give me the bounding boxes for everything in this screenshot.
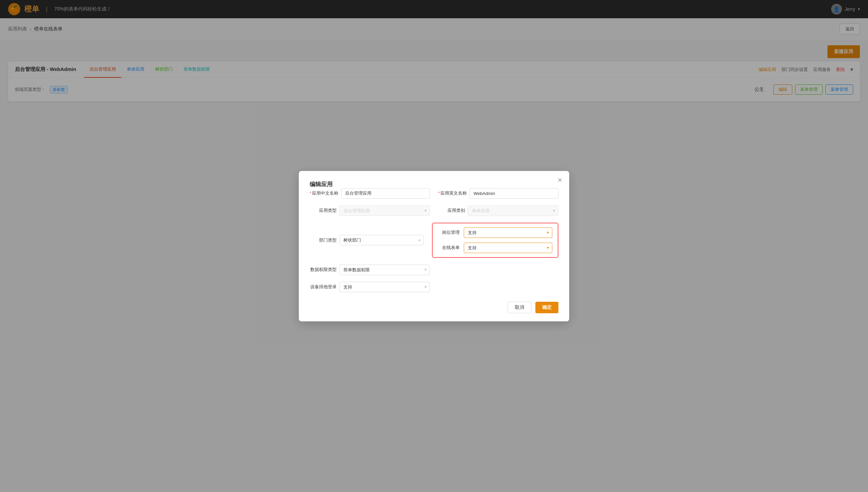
form-row-2: 应用类型 后台管理应用 ▾ 应用类别 单体应用 ▾ <box>310 205 558 216</box>
app-type-label: 应用类型 <box>310 207 337 214</box>
field-app-category: 应用类别 单体应用 ▾ <box>438 205 558 216</box>
form-row-1: *应用中文名称 *应用英文名称 <box>310 188 558 199</box>
position-mgmt-select-wrapper: 支持 不支持 ▾ <box>464 227 552 238</box>
device-login-label: 设备排他登录 <box>310 284 337 290</box>
field-dept-type: 部门类型 树状部门 ▾ <box>310 235 424 245</box>
highlighted-section: 岗位管理 支持 不支持 ▾ 在线表单 支持 不支持 <box>432 223 558 258</box>
app-type-select-wrapper: 后台管理应用 ▾ <box>339 205 430 216</box>
device-login-select-wrapper: 支持 不支持 ▾ <box>339 282 430 292</box>
field-english-name: *应用英文名称 <box>438 188 558 199</box>
app-category-select[interactable]: 单体应用 <box>468 205 558 216</box>
required-star-2: * <box>438 191 440 196</box>
online-form-select-wrapper: 支持 不支持 ▾ <box>464 243 552 253</box>
english-name-label: *应用英文名称 <box>438 190 467 196</box>
english-name-input[interactable] <box>469 188 558 199</box>
app-category-select-wrapper: 单体应用 ▾ <box>468 205 558 216</box>
online-form-select[interactable]: 支持 不支持 <box>464 243 552 253</box>
app-type-select[interactable]: 后台管理应用 <box>339 205 430 216</box>
position-mgmt-select[interactable]: 支持 不支持 <box>464 227 552 238</box>
modal-title: 编辑应用 <box>310 181 333 188</box>
chinese-name-label: *应用中文名称 <box>310 190 338 196</box>
edit-app-modal: 编辑应用 ✕ *应用中文名称 *应用英文名称 应用类型 <box>299 171 569 321</box>
online-form-row: 在线表单 支持 不支持 ▾ <box>438 243 552 253</box>
required-star: * <box>310 191 311 196</box>
modal-footer: 取消 确定 <box>310 302 558 313</box>
cancel-button[interactable]: 取消 <box>508 302 531 313</box>
dept-type-select[interactable]: 树状部门 <box>339 235 424 245</box>
field-app-type: 应用类型 后台管理应用 ▾ <box>310 205 430 216</box>
confirm-button[interactable]: 确定 <box>535 302 558 313</box>
field-chinese-name: *应用中文名称 <box>310 188 430 199</box>
position-mgmt-row: 岗位管理 支持 不支持 ▾ <box>438 227 552 238</box>
dept-type-label: 部门类型 <box>310 237 337 243</box>
field-data-permission: 数据权限类型 简单数据权限 ▾ <box>310 265 430 275</box>
close-icon[interactable]: ✕ <box>557 177 562 183</box>
dept-type-select-wrapper: 树状部门 ▾ <box>339 235 424 245</box>
field-device-login: 设备排他登录 支持 不支持 ▾ <box>310 282 430 292</box>
form-row-4: 数据权限类型 简单数据权限 ▾ <box>310 265 558 275</box>
device-login-select[interactable]: 支持 不支持 <box>339 282 430 292</box>
form-row-3: 部门类型 树状部门 ▾ 岗位管理 支持 不支持 <box>310 223 558 258</box>
data-permission-select[interactable]: 简单数据权限 <box>339 265 430 275</box>
data-permission-select-wrapper: 简单数据权限 ▾ <box>339 265 430 275</box>
position-mgmt-label: 岗位管理 <box>438 229 460 236</box>
modal-overlay: 编辑应用 ✕ *应用中文名称 *应用英文名称 应用类型 <box>0 0 868 492</box>
chinese-name-input[interactable] <box>341 188 430 199</box>
app-category-label: 应用类别 <box>438 207 465 214</box>
data-permission-label: 数据权限类型 <box>310 267 337 273</box>
online-form-label: 在线表单 <box>438 245 460 251</box>
form-row-5: 设备排他登录 支持 不支持 ▾ <box>310 282 558 292</box>
